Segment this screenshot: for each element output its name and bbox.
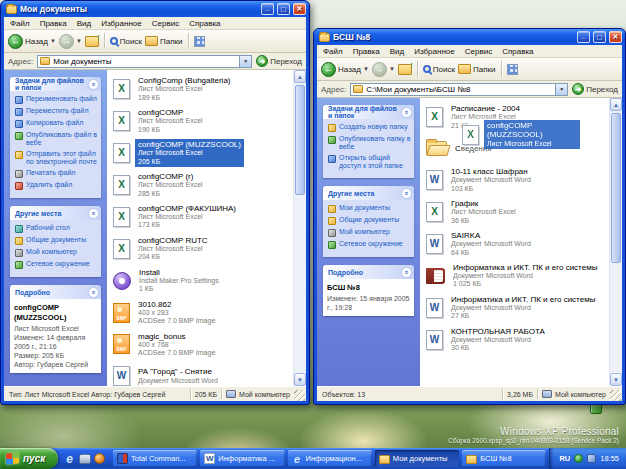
scroll-up-icon[interactable]: ▲ bbox=[610, 98, 622, 111]
views-button[interactable] bbox=[194, 36, 205, 47]
place-desktop[interactable]: Рабочий стол bbox=[15, 224, 98, 233]
file-tile[interactable]: Информатика и ИКТ. ПК и его системыДокум… bbox=[424, 292, 609, 324]
folders-button[interactable]: Папки bbox=[145, 36, 183, 46]
task-delete-file[interactable]: Удалить файл bbox=[15, 181, 98, 190]
forward-button[interactable]: → ▼ bbox=[372, 62, 395, 77]
scroll-track[interactable] bbox=[610, 111, 622, 373]
forward-dropdown-icon[interactable]: ▼ bbox=[389, 66, 395, 72]
menu-file[interactable]: Файл bbox=[318, 47, 348, 56]
address-input[interactable]: C:\Мои документы\БСШ №8 ▼ bbox=[350, 83, 568, 96]
close-button[interactable] bbox=[609, 31, 622, 43]
collapse-chevron-icon[interactable] bbox=[401, 107, 412, 118]
scroll-down-icon[interactable]: ▼ bbox=[610, 373, 622, 386]
taskbar-button-word-doc[interactable]: Информатика ... bbox=[200, 450, 284, 467]
scroll-thumb[interactable] bbox=[611, 113, 621, 263]
collapse-chevron-icon[interactable] bbox=[401, 188, 412, 199]
file-tile[interactable]: РА "Город" - СнятиеДокумент Microsoft Wo… bbox=[111, 360, 293, 386]
file-tile[interactable]: magic_bonus400 x 768ACDSee 7.0 BMP Image bbox=[111, 329, 293, 361]
task-new-folder[interactable]: Создать новую папку bbox=[328, 123, 411, 132]
scroll-thumb[interactable] bbox=[295, 85, 305, 195]
file-tile[interactable]: configCOMP RUTCЛист Microsoft Excel204 К… bbox=[111, 233, 293, 265]
forward-button[interactable]: → ▼ bbox=[59, 34, 82, 49]
back-button[interactable]: ← Назад ▼ bbox=[321, 62, 369, 77]
menu-view[interactable]: Вид bbox=[385, 47, 409, 56]
search-button[interactable]: Поиск bbox=[423, 65, 455, 74]
task-publish-file[interactable]: Опубликовать файл в вебе bbox=[15, 131, 98, 147]
file-tile[interactable]: InstallInstall Maker Pro Settings1 КБ bbox=[111, 265, 293, 297]
file-tile[interactable]: КОНТРОЛЬНАЯ РАБОТАДокумент Microsoft Wor… bbox=[424, 324, 609, 356]
menu-tools[interactable]: Сервис bbox=[460, 47, 497, 56]
menu-tools[interactable]: Сервис bbox=[147, 19, 184, 28]
file-tasks-header[interactable]: Задачи для файлов и папок bbox=[10, 77, 101, 91]
clock[interactable]: 18:55 bbox=[600, 454, 619, 463]
menu-help[interactable]: Справка bbox=[497, 47, 538, 56]
place-my-computer[interactable]: Мой компьютер bbox=[15, 248, 98, 257]
place-my-computer[interactable]: Мой компьютер bbox=[328, 228, 411, 237]
start-button[interactable]: пуск bbox=[0, 448, 58, 469]
close-button[interactable] bbox=[293, 3, 306, 15]
views-button[interactable] bbox=[507, 64, 518, 75]
taskbar-button-total-commander[interactable]: Total Comman... bbox=[113, 450, 197, 467]
show-desktop-icon[interactable] bbox=[79, 454, 91, 464]
task-print-file[interactable]: Печатать файл bbox=[15, 169, 98, 178]
back-dropdown-icon[interactable]: ▼ bbox=[50, 38, 56, 44]
menu-view[interactable]: Вид bbox=[72, 19, 96, 28]
place-shared-documents[interactable]: Общие документы bbox=[15, 236, 98, 245]
menu-help[interactable]: Справка bbox=[184, 19, 225, 28]
tray-status-icon[interactable] bbox=[574, 454, 583, 463]
place-shared-documents[interactable]: Общие документы bbox=[328, 216, 411, 225]
scroll-up-icon[interactable]: ▲ bbox=[294, 70, 306, 83]
menu-file[interactable]: Файл bbox=[5, 19, 35, 28]
folder-tasks-header[interactable]: Задачи для файлов и папок bbox=[323, 105, 414, 119]
folders-button[interactable]: Папки bbox=[458, 64, 496, 74]
file-tile[interactable]: 3010.862403 x 283ACDSee 7.0 BMP Image bbox=[111, 297, 293, 329]
task-copy-file[interactable]: Копировать файл bbox=[15, 119, 98, 128]
other-places-header[interactable]: Другие места bbox=[10, 206, 101, 220]
other-places-header[interactable]: Другие места bbox=[323, 186, 414, 200]
details-header[interactable]: Подробно bbox=[323, 265, 414, 279]
tray-status-icon[interactable] bbox=[587, 454, 596, 463]
file-tile[interactable]: configCOMP (ФАКУШИНА)Лист Microsoft Exce… bbox=[111, 201, 293, 233]
scroll-down-icon[interactable]: ▼ bbox=[294, 373, 306, 386]
file-tile-selected[interactable]: configCOMP (MUZZSCOOL)Лист Microsoft Exc… bbox=[111, 137, 293, 169]
resize-grip[interactable] bbox=[294, 390, 305, 401]
menu-favorites[interactable]: Избранное bbox=[409, 47, 460, 56]
file-tile[interactable]: 10-11 класс ШафранДокумент Microsoft Wor… bbox=[424, 164, 609, 196]
address-input[interactable]: Мои документы ▼ bbox=[37, 55, 252, 68]
minimize-button[interactable] bbox=[577, 31, 590, 43]
maximize-button[interactable] bbox=[593, 31, 606, 43]
minimize-button[interactable] bbox=[261, 3, 274, 15]
file-tile[interactable]: configCOMP (r)Лист Microsoft Excel285 КБ bbox=[111, 169, 293, 201]
menu-favorites[interactable]: Избранное bbox=[96, 19, 147, 28]
maximize-button[interactable] bbox=[277, 3, 290, 15]
vertical-scrollbar[interactable]: ▲ ▼ bbox=[293, 70, 306, 386]
go-button[interactable]: ➜ Переход bbox=[572, 83, 618, 95]
task-email-file[interactable]: Отправить этот файл по электронной почте bbox=[15, 150, 98, 166]
place-my-documents[interactable]: Мои документы bbox=[328, 204, 411, 213]
taskbar-button-my-documents[interactable]: Мои документы bbox=[375, 450, 459, 467]
file-tile[interactable]: ГрафикЛист Microsoft Excel36 КБ bbox=[424, 196, 609, 228]
menu-edit[interactable]: Правка bbox=[35, 19, 72, 28]
media-player-icon[interactable] bbox=[94, 453, 105, 464]
collapse-chevron-icon[interactable] bbox=[401, 267, 412, 278]
task-publish-folder[interactable]: Опубликовать папку в вебе bbox=[328, 135, 411, 151]
forward-dropdown-icon[interactable]: ▼ bbox=[76, 38, 82, 44]
file-tile[interactable]: ConfigComp (Buhgalteria)Лист Microsoft E… bbox=[111, 73, 293, 105]
resize-grip[interactable] bbox=[610, 390, 621, 401]
back-button[interactable]: ← Назад ▼ bbox=[8, 34, 56, 49]
up-button[interactable] bbox=[398, 64, 412, 75]
titlebar[interactable]: Мои документы bbox=[1, 1, 309, 17]
collapse-chevron-icon[interactable] bbox=[88, 208, 99, 219]
file-tile[interactable]: SAIRKAДокумент Microsoft Word64 КБ bbox=[424, 228, 609, 260]
search-button[interactable]: Поиск bbox=[110, 37, 142, 46]
scroll-track[interactable] bbox=[294, 83, 306, 373]
task-share-folder[interactable]: Открыть общий доступ к этой папке bbox=[328, 154, 411, 170]
vertical-scrollbar[interactable]: ▲ ▼ bbox=[609, 98, 622, 386]
titlebar[interactable]: БСШ №8 bbox=[314, 29, 625, 45]
file-tile[interactable]: configCOMPЛист Microsoft Excel190 КБ bbox=[111, 105, 293, 137]
up-button[interactable] bbox=[85, 36, 99, 47]
task-rename-file[interactable]: Переименовать файл bbox=[15, 95, 98, 104]
menu-edit[interactable]: Правка bbox=[348, 47, 385, 56]
place-network[interactable]: Сетевое окружение bbox=[328, 240, 411, 249]
taskbar-button-ie[interactable]: Информацион... bbox=[288, 450, 372, 467]
